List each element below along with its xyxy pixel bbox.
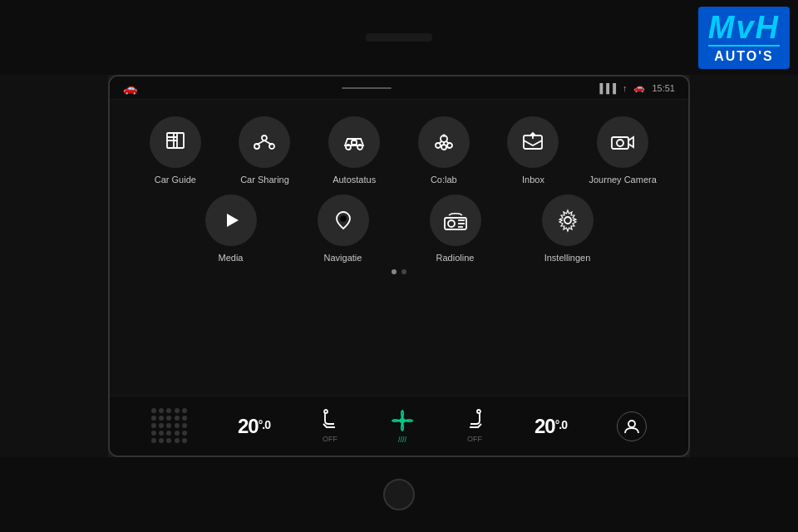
app-radioline[interactable]: Radioline	[403, 195, 507, 263]
svg-point-28	[448, 220, 455, 227]
sp24	[175, 438, 180, 443]
svg-point-20	[442, 135, 445, 137]
page-dot-1[interactable]	[392, 269, 397, 274]
journey-camera-label: Journey Camera	[589, 175, 656, 185]
app-instellingen[interactable]: Instellingen	[515, 195, 619, 263]
climate-bar: 20 ° .0 OFF	[110, 396, 688, 456]
car-sharing-label: Car Sharing	[240, 175, 289, 185]
sp3	[166, 408, 171, 413]
page-dot-2[interactable]	[401, 269, 406, 274]
app-journey-camera[interactable]: Journey Camera	[582, 116, 663, 185]
sp16	[151, 431, 156, 436]
app-area: Car Guide Car Sharing	[110, 100, 688, 396]
mvh-logo: MvH AUTO'S	[698, 7, 790, 69]
seat-right-control[interactable]: OFF	[465, 409, 485, 443]
sp4	[175, 408, 180, 413]
seat-left-control[interactable]: OFF	[320, 409, 340, 443]
instellingen-svg	[555, 208, 580, 233]
status-bar: 🚗 ▐▐▐ ↑ 🚗 15:51	[110, 76, 688, 100]
svg-point-15	[441, 145, 446, 150]
sp23	[166, 438, 171, 443]
car-guide-svg	[164, 131, 187, 154]
temp-left-value: 20	[238, 415, 259, 438]
autostatus-label: Autostatus	[332, 175, 376, 185]
sp21	[151, 438, 156, 443]
svg-line-7	[257, 140, 264, 145]
svg-point-10	[357, 145, 362, 150]
sp19	[175, 431, 180, 436]
temp-right[interactable]: 20 ° .0	[534, 415, 567, 438]
status-line	[342, 87, 392, 89]
status-left: 🚗	[123, 81, 137, 95]
app-colab[interactable]: Co:lab	[403, 116, 485, 185]
sp15	[182, 423, 187, 428]
sp13	[166, 423, 171, 428]
app-media[interactable]: Media	[179, 195, 283, 263]
autostatus-svg	[342, 132, 367, 152]
autostatus-icon-circle	[328, 116, 380, 168]
app-navigatie[interactable]: Navigatie	[291, 195, 395, 263]
sp25	[182, 438, 187, 443]
sp14	[175, 423, 180, 428]
svg-point-24	[617, 140, 623, 146]
speaker-grid	[151, 408, 188, 445]
screen: 🚗 ▐▐▐ ↑ 🚗 15:51	[110, 76, 688, 456]
temp-right-decimal: .0	[559, 418, 567, 431]
svg-point-32	[564, 217, 571, 224]
svg-line-17	[446, 141, 449, 144]
app-inbox[interactable]: Inbox	[493, 116, 574, 185]
inbox-svg	[521, 131, 544, 154]
sp18	[166, 431, 171, 436]
media-icon-circle	[205, 195, 257, 246]
svg-point-36	[628, 421, 635, 427]
media-svg	[219, 209, 243, 232]
arrow-icon: ↑	[623, 83, 628, 93]
seat-left-label: OFF	[323, 435, 337, 443]
temp-left[interactable]: 20 ° .0	[238, 415, 270, 438]
sp22	[159, 438, 164, 443]
sp12	[159, 423, 164, 428]
journey-camera-icon-circle	[597, 116, 648, 168]
svg-point-35	[477, 410, 480, 413]
svg-line-8	[264, 140, 272, 145]
status-right: ▐▐▐ ↑ 🚗 15:51	[597, 82, 675, 93]
app-car-sharing[interactable]: Car Sharing	[224, 116, 306, 185]
svg-point-33	[324, 410, 328, 413]
svg-rect-11	[352, 140, 357, 145]
screen-bezel: 🚗 ▐▐▐ ↑ 🚗 15:51	[108, 75, 690, 457]
radioline-icon-circle	[430, 195, 481, 246]
colab-label: Co:lab	[431, 175, 457, 185]
sp11	[151, 423, 156, 428]
profile-button[interactable]	[617, 411, 647, 441]
bottom-bezel	[0, 457, 798, 532]
app-autostatus[interactable]: Autostatus	[313, 116, 395, 185]
car-status-icon: 🚗	[123, 81, 137, 95]
fan-control[interactable]: ////	[390, 408, 415, 444]
seat-right-label: OFF	[467, 435, 482, 443]
signal-icon: ▐▐▐	[597, 83, 616, 93]
profile-icon-svg	[623, 418, 640, 435]
seat-left-svg	[320, 409, 340, 432]
mvh-subtitle: AUTO'S	[708, 45, 780, 64]
sp9	[175, 416, 180, 421]
sp8	[166, 416, 171, 421]
home-button[interactable]	[383, 479, 415, 510]
sp10	[182, 416, 187, 421]
vent-top	[366, 33, 432, 42]
app-car-guide[interactable]: Car Guide	[135, 116, 216, 185]
app-grid-row1: Car Guide Car Sharing	[135, 116, 663, 185]
sp17	[159, 431, 164, 436]
colab-icon-circle	[418, 116, 470, 168]
colab-svg	[432, 131, 456, 154]
navigatie-icon-circle	[318, 195, 369, 246]
sp20	[182, 431, 187, 436]
sp6	[151, 416, 156, 421]
radioline-label: Radioline	[436, 253, 475, 263]
svg-point-4	[262, 135, 267, 140]
clock: 15:51	[652, 83, 675, 93]
sp7	[159, 416, 164, 421]
car-sharing-icon-circle	[239, 116, 290, 168]
journey-camera-svg	[610, 131, 635, 153]
seat-right-svg	[465, 409, 485, 432]
app-grid-row2: Media Navigatie	[135, 195, 663, 263]
